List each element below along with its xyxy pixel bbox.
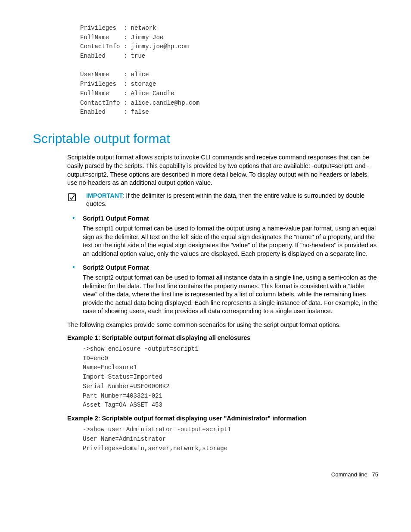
bullet-script2: Script2 Output Format The script2 output… [67, 264, 378, 316]
svg-rect-0 [68, 193, 76, 201]
bullet-body: The script2 output format can be used to… [83, 274, 378, 316]
code-block-top: Privileges : network FullName : Jimmy Jo… [80, 24, 378, 117]
page-footer: Command line 75 [33, 471, 378, 479]
footer-section: Command line [331, 471, 367, 478]
important-callout: IMPORTANT: If the delimiter is present w… [67, 192, 378, 208]
examples-intro: The following examples provide some comm… [67, 321, 378, 330]
bullet-script1: Script1 Output Format The script1 output… [67, 215, 378, 258]
footer-page: 75 [372, 471, 378, 478]
bullet-title: Script2 Output Format [83, 264, 378, 272]
example2-title: Example 2: Scriptable output format disp… [67, 414, 378, 423]
bullet-title: Script1 Output Format [83, 215, 378, 223]
important-icon [67, 193, 77, 205]
example1-code: ->show enclosure -output=script1 ID=enc0… [83, 345, 378, 410]
important-text: If the delimiter is present within the d… [86, 192, 364, 208]
important-label: IMPORTANT: [86, 192, 124, 199]
example1-title: Example 1: Scriptable output format disp… [67, 334, 378, 342]
intro-paragraph: Scriptable output format allows scripts … [67, 153, 378, 187]
section-heading: Scriptable output format [33, 130, 378, 148]
example2-code: ->show user Administrator -output=script… [83, 425, 378, 453]
bullet-body: The script1 output format can be used to… [83, 224, 378, 258]
